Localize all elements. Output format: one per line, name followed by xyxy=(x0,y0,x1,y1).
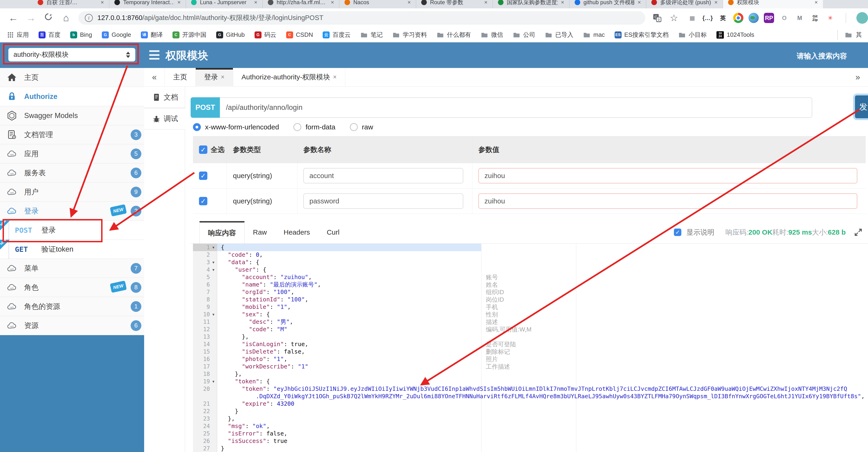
tab-close-icon[interactable]: × xyxy=(561,0,564,6)
param-checkbox[interactable]: ✓ xyxy=(199,197,207,205)
body-type-radio[interactable] xyxy=(193,123,201,131)
browser-tab[interactable]: github push 文件模板× xyxy=(569,0,646,8)
response-tab[interactable]: 响应内容 xyxy=(199,221,245,244)
bookmark-item[interactable]: 微信 xyxy=(481,31,503,39)
back-icon[interactable]: ← xyxy=(8,12,19,24)
tab-close-icon[interactable]: × xyxy=(254,0,257,6)
tab-close-icon[interactable]: × xyxy=(221,74,224,81)
browser-tab[interactable]: Nacos× xyxy=(339,0,416,8)
workspace-tab[interactable]: 主页 xyxy=(165,68,196,87)
gitzip-icon[interactable]: Git Zip xyxy=(810,13,820,23)
address-bar[interactable]: i 127.0.0.1:8760/api/gate/doc.html#/auth… xyxy=(78,11,645,25)
info-icon[interactable]: i xyxy=(85,14,93,22)
body-type-radio[interactable] xyxy=(293,123,301,131)
bookmark-item[interactable]: CCSDN xyxy=(286,31,313,38)
tab-close-icon[interactable]: × xyxy=(407,0,411,6)
sidebar-item[interactable]: API角色的资源1 xyxy=(0,297,144,316)
ring-icon[interactable]: O xyxy=(779,13,789,23)
fold-icon[interactable]: ▾ xyxy=(210,245,217,250)
m-arrow-icon[interactable]: M xyxy=(795,13,805,23)
bookmark-item[interactable]: bBing xyxy=(70,31,92,38)
bookmark-item[interactable]: 小目标 xyxy=(678,31,707,39)
tabs-scroll-left-icon[interactable]: « xyxy=(144,73,164,82)
sidebar-item[interactable]: 主页 xyxy=(0,68,144,87)
profile-avatar[interactable] xyxy=(857,12,868,24)
fold-icon[interactable]: ▾ xyxy=(210,312,217,317)
panel-tab-debug[interactable]: 调试 xyxy=(144,108,185,130)
tab-close-icon[interactable]: × xyxy=(484,0,488,6)
bookmark-item[interactable]: 公司 xyxy=(513,31,535,39)
param-value-input[interactable] xyxy=(478,193,857,209)
home-icon[interactable]: ⌂ xyxy=(61,12,71,24)
rp-icon[interactable]: RP xyxy=(764,13,774,23)
send-button[interactable]: 发 xyxy=(855,95,868,118)
tabs-scroll-right-icon[interactable]: » xyxy=(847,73,868,82)
fold-icon[interactable]: ▾ xyxy=(210,260,217,265)
module-select[interactable]: authority-权限模块 xyxy=(8,48,135,61)
body-type-radio[interactable] xyxy=(350,123,358,131)
sidebar-endpoint[interactable]: NEWGET验证token xyxy=(0,240,144,259)
chrome-icon[interactable] xyxy=(733,13,743,23)
browser-tab[interactable]: 权限模块× xyxy=(723,0,823,8)
bookmarks-overflow[interactable]: 其 xyxy=(834,30,868,40)
sidebar-item[interactable]: API用户9 xyxy=(0,182,144,202)
response-tab[interactable]: Curl xyxy=(318,221,348,244)
param-name-input[interactable] xyxy=(303,193,463,209)
bookmark-item[interactable]: 云百度云 xyxy=(323,31,350,39)
bookmark-item[interactable]: 译翻译 xyxy=(141,31,163,39)
response-tab[interactable]: Raw xyxy=(245,221,275,244)
bookmark-item[interactable]: 学习资料 xyxy=(393,31,427,39)
translate-icon[interactable]: G文 xyxy=(652,13,662,23)
tab-close-icon[interactable]: × xyxy=(638,0,641,6)
sidebar-item[interactable]: API菜单7 xyxy=(0,259,144,278)
bookmark-item[interactable]: GGitHub xyxy=(216,31,245,38)
asterisk-icon[interactable]: ✳ xyxy=(825,13,835,23)
browser-tab[interactable]: http://zha-fa.rff.ml…× xyxy=(263,0,339,8)
browser-tab[interactable]: 自获 注首/…× xyxy=(33,0,109,8)
tab-close-icon[interactable]: × xyxy=(714,0,718,6)
browser-tab[interactable]: Route 带参数× xyxy=(416,0,493,8)
sidebar-item[interactable]: API应用5 xyxy=(0,144,144,163)
sidebar-item[interactable]: API服务表6 xyxy=(0,163,144,182)
sidebar-item[interactable]: Swagger Models xyxy=(0,106,144,125)
panel-tab-doc[interactable]: 文档 xyxy=(144,87,185,108)
workspace-tab[interactable]: Authorize-authority-权限模块× xyxy=(233,68,345,87)
bookmark-star-icon[interactable]: ☆ xyxy=(669,13,679,23)
param-checkbox[interactable]: ✓ xyxy=(199,172,207,180)
reload-icon[interactable] xyxy=(43,12,54,24)
bookmark-item[interactable]: ESES搜索引擎文档 xyxy=(615,31,669,39)
browser-tab[interactable]: 多级评论处理 (push)× xyxy=(646,0,723,8)
bookmark-item[interactable]: G码云 xyxy=(254,31,276,39)
tab-close-icon[interactable]: × xyxy=(177,0,181,6)
bookmark-item[interactable]: 应用 xyxy=(7,31,29,39)
bookmark-item[interactable]: C开源中国 xyxy=(173,31,207,39)
bookmark-item[interactable]: 百百度 xyxy=(39,31,60,39)
expand-icon[interactable] xyxy=(854,228,863,237)
globe-icon[interactable] xyxy=(748,13,759,23)
tab-close-icon[interactable]: × xyxy=(333,74,337,81)
tab-close-icon[interactable]: × xyxy=(814,0,818,6)
browser-tab[interactable]: 国家队采购参数进度汇总表× xyxy=(493,0,569,8)
forward-icon[interactable]: → xyxy=(26,12,36,24)
sidebar-endpoint[interactable]: NEWPOST登录 xyxy=(0,221,144,240)
tab-close-icon[interactable]: × xyxy=(101,0,104,6)
browser-tab[interactable]: Temporary Interact…× xyxy=(109,0,186,8)
bookmark-item[interactable]: 10 241024Tools xyxy=(716,31,754,39)
sidebar-item[interactable]: Authorize xyxy=(0,87,144,106)
bookmark-item[interactable]: 什么都有 xyxy=(437,31,471,39)
grid-icon[interactable]: ▦ xyxy=(687,13,698,23)
sidebar-item[interactable]: 文档管理3 xyxy=(0,125,144,144)
fold-icon[interactable]: ▾ xyxy=(210,379,217,384)
response-tab[interactable]: Headers xyxy=(275,221,318,244)
bookmark-item[interactable]: mac xyxy=(583,31,604,38)
tab-close-icon[interactable]: × xyxy=(331,0,334,6)
response-json-editor[interactable]: 1▾{2 "code": 0,3▾ "data": {4▾ "user": {5… xyxy=(193,244,868,452)
workspace-tab[interactable]: 登录× xyxy=(196,68,233,87)
param-name-input[interactable] xyxy=(303,168,463,183)
sidebar-item[interactable]: API资源6 xyxy=(0,316,144,335)
bookmark-item[interactable]: 笔记 xyxy=(360,31,383,39)
param-value-input[interactable] xyxy=(478,168,857,183)
request-path-field[interactable]: /api/authority/anno/login xyxy=(220,97,812,118)
sidebar-item[interactable]: API角色NEW8 xyxy=(0,278,144,297)
browser-tab[interactable]: Luna - Jumpserver× xyxy=(186,0,263,8)
